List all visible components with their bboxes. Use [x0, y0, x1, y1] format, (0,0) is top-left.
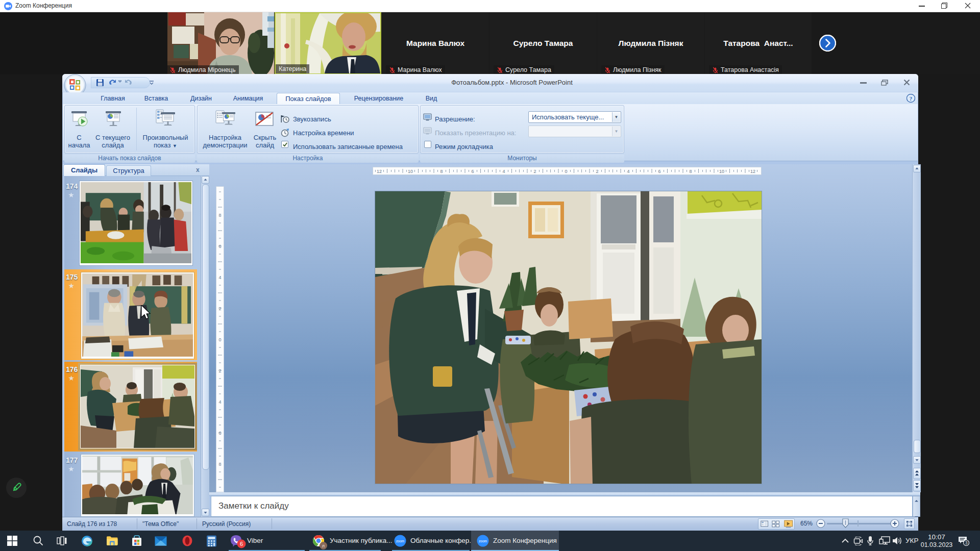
- svg-text:6: 6: [218, 244, 221, 249]
- svg-text:2: 2: [218, 306, 221, 311]
- svg-text:8: 8: [218, 462, 221, 467]
- svg-text:10: 10: [719, 169, 724, 174]
- svg-text:8: 8: [689, 169, 692, 174]
- svg-text:2: 2: [596, 169, 598, 174]
- svg-text:6: 6: [658, 169, 660, 174]
- svg-text:6: 6: [240, 541, 243, 547]
- svg-text:8: 8: [218, 213, 221, 218]
- svg-text:6: 6: [218, 431, 221, 436]
- svg-text:zoom: zoom: [479, 539, 487, 543]
- svg-text:3: 3: [965, 540, 968, 545]
- svg-text:0: 0: [218, 337, 221, 342]
- svg-text:8: 8: [440, 169, 443, 174]
- svg-text:zoom: zoom: [396, 539, 404, 543]
- svg-text:2: 2: [218, 368, 221, 373]
- svg-text:?: ?: [910, 95, 913, 102]
- svg-text:6: 6: [471, 169, 474, 174]
- svg-text:2: 2: [533, 169, 536, 174]
- svg-text:4: 4: [218, 399, 221, 405]
- svg-text:4: 4: [502, 169, 505, 174]
- svg-text:12: 12: [377, 169, 382, 174]
- svg-text:12: 12: [750, 169, 755, 174]
- svg-text:0: 0: [565, 169, 567, 174]
- svg-text:10: 10: [408, 169, 413, 174]
- svg-text:4: 4: [627, 169, 629, 174]
- svg-text:4: 4: [218, 275, 221, 280]
- svg-text:л: л: [322, 543, 325, 548]
